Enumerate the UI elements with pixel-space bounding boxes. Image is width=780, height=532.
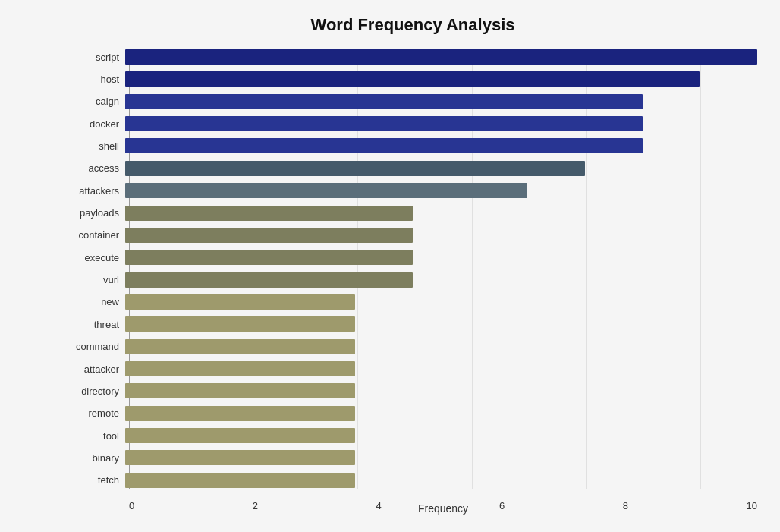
bar-fill (125, 49, 757, 65)
bar-label: access (68, 162, 125, 174)
bar-fill (125, 183, 527, 198)
bar-label: docker (68, 118, 125, 130)
bar-label: vurl (68, 274, 125, 285)
bar-fill (125, 406, 355, 421)
bar-row: docker (129, 115, 757, 132)
bar-fill (125, 206, 413, 221)
bar-row: attacker (129, 360, 757, 377)
x-tick: 10 (747, 500, 757, 512)
bar-fill (125, 428, 355, 443)
bar-label: caign (68, 96, 125, 107)
bar-track (125, 383, 757, 398)
bar-fill (125, 116, 643, 131)
bar-fill (125, 71, 700, 87)
bar-track (125, 71, 757, 87)
bar-track (125, 228, 757, 243)
bar-label: binary (68, 452, 125, 464)
bar-track (125, 272, 757, 288)
bar-label: attacker (68, 364, 125, 375)
bar-row: fetch (129, 472, 757, 489)
bars-wrapper: scripthostcaigndockershellaccessattacker… (129, 49, 757, 489)
bar-track (125, 406, 757, 421)
bar-row: new (129, 294, 757, 310)
bar-row: vurl (129, 272, 757, 288)
bar-track (125, 316, 757, 332)
bar-row: container (129, 227, 757, 244)
bar-fill (125, 250, 413, 265)
bar-label: threat (68, 319, 125, 330)
x-tick: 2 (253, 500, 258, 512)
bar-row: access (129, 160, 757, 177)
bar-row: host (129, 71, 757, 87)
bar-row: binary (129, 449, 757, 466)
bar-fill (125, 94, 643, 109)
bar-track (125, 294, 757, 310)
bar-label: command (68, 341, 125, 352)
x-tick: 8 (623, 500, 628, 512)
bar-label: new (68, 296, 125, 307)
bar-row: command (129, 338, 757, 355)
bar-label: directory (68, 386, 125, 397)
bar-label: host (68, 74, 125, 85)
chart-container: Word Frequency Analysis scripthostcaignd… (0, 0, 780, 532)
bar-track (125, 94, 757, 109)
bar-label: container (68, 229, 125, 241)
bar-track (125, 361, 757, 376)
bar-row: execute (129, 249, 757, 266)
bar-track (125, 473, 757, 488)
bar-fill (125, 361, 355, 376)
bar-row: threat (129, 316, 757, 332)
bar-label: remote (68, 408, 125, 419)
bar-track (125, 161, 757, 176)
bar-track (125, 428, 757, 443)
bar-fill (125, 272, 413, 288)
bar-row: tool (129, 427, 757, 444)
bar-fill (125, 161, 585, 176)
bar-track (125, 49, 757, 65)
bar-fill (125, 228, 413, 243)
bar-fill (125, 339, 355, 354)
bar-label: script (68, 52, 125, 63)
bar-label: shell (68, 140, 125, 152)
bar-fill (125, 473, 355, 488)
bar-label: attackers (68, 185, 125, 197)
bar-row: caign (129, 93, 757, 110)
bar-fill (125, 138, 643, 153)
bar-row: attackers (129, 182, 757, 199)
bar-track (125, 116, 757, 131)
bar-label: execute (68, 252, 125, 263)
x-tick: 0 (129, 500, 134, 512)
bar-track (125, 450, 757, 465)
x-tick: 6 (499, 500, 505, 512)
bar-fill (125, 383, 355, 398)
chart-title: Word Frequency Analysis (68, 15, 757, 35)
bar-track (125, 250, 757, 265)
bar-row: directory (129, 382, 757, 399)
bar-row: script (129, 49, 757, 65)
bar-fill (125, 294, 355, 310)
x-tick: 4 (376, 500, 381, 512)
bar-track (125, 339, 757, 354)
bar-fill (125, 316, 355, 332)
bar-track (125, 206, 757, 221)
bar-row: remote (129, 405, 757, 422)
bar-label: fetch (68, 474, 125, 486)
bar-fill (125, 450, 355, 465)
bar-track (125, 183, 757, 198)
bar-label: tool (68, 430, 125, 442)
bar-row: shell (129, 137, 757, 154)
bar-row: payloads (129, 205, 757, 222)
bar-label: payloads (68, 207, 125, 219)
bar-track (125, 138, 757, 153)
